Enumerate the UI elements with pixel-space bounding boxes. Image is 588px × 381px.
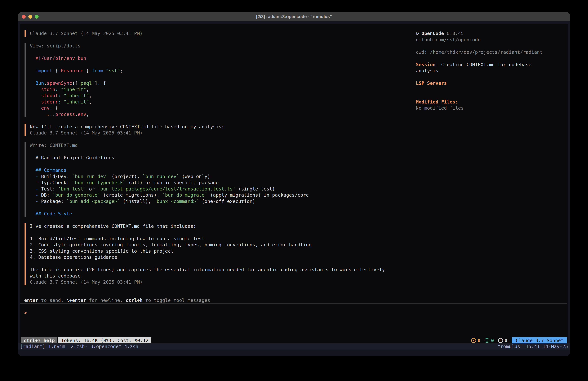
- text-segment: [103, 68, 106, 73]
- terminal-line: - Test: `bun test` or `bun test packages…: [30, 186, 414, 192]
- terminal-line: ...process.env,: [30, 111, 414, 117]
- blank-row: [416, 55, 568, 62]
- text-segment: with this codebase.: [30, 273, 84, 279]
- terminal-line: [30, 62, 414, 68]
- text-segment: `bun run dev`: [143, 174, 179, 179]
- blank-row: [416, 43, 568, 49]
- terminal-line: [30, 204, 414, 211]
- statusbar-spacer: [151, 337, 467, 343]
- text-segment: -: [36, 192, 38, 198]
- terminal-line: Claude 3.7 Sonnet (14 May 2025 03:41 PM): [30, 279, 414, 285]
- text-segment: or: [86, 186, 97, 192]
- assistant-message-block: Now I'll create a comprehensive CONTEXT.…: [24, 124, 414, 136]
- text-segment: 3. CSS styling conventions specific to t…: [30, 248, 173, 254]
- terminal-line: The file is concise (20 lines) and captu…: [30, 267, 414, 273]
- info-count: 0: [491, 338, 494, 343]
- text-segment: Claude 3.7 Sonnet (14 May 2025 03:41 PM): [30, 279, 143, 285]
- hint-diagnostics: h0: [498, 338, 507, 343]
- text-segment: -: [36, 199, 38, 204]
- text-segment: [61, 93, 63, 98]
- tmux-statusbar: [radiant] 1:nvim 2:zsh- 3:opencode* 4:zs…: [18, 343, 570, 350]
- text-segment: "inherit": [64, 99, 89, 105]
- tool-call-block: View: script/db.ts #!/usr/bin/env bun im…: [24, 43, 414, 117]
- traffic-lights: [22, 12, 39, 21]
- terminal-line: 2. Code style guidelines covering import…: [30, 242, 414, 248]
- text-segment: Test:: [38, 186, 58, 192]
- terminal-line: Bun.spawnSync([`psql`], {: [30, 80, 414, 86]
- terminal-line: I've created a comprehensive CONTEXT.md …: [30, 223, 414, 229]
- repo-link: github.com/sst/opencode: [416, 37, 568, 43]
- text-segment: [30, 68, 36, 73]
- text-segment: stdin: [41, 87, 55, 92]
- text-segment: Bun: [36, 80, 44, 86]
- session-label: Session: [416, 62, 436, 67]
- zoom-button[interactable]: [35, 15, 39, 19]
- terminal-line: 4. Database operations guidance: [30, 254, 414, 260]
- text-segment: }: [84, 68, 92, 73]
- text-segment: DB:: [38, 192, 52, 198]
- text-segment: TypeCheck:: [38, 180, 72, 185]
- text-segment: (all) or run in specific package: [126, 180, 219, 185]
- diagnostics-group: w0 i0 h0: [467, 337, 507, 343]
- model-chip[interactable]: Claude 3.7 Sonnet: [512, 337, 567, 343]
- tmux-session-windows[interactable]: [radiant] 1:nvim 2:zsh- 3:opencode* 4:zs…: [20, 343, 138, 350]
- text-segment: :: [58, 99, 61, 105]
- terminal-line: [30, 229, 414, 236]
- window-titlebar[interactable]: [2/3] radiant:3:opencode - "romulus": [18, 12, 570, 21]
- terminal-line: # Radiant Project Guidelines: [30, 155, 414, 161]
- terminal-line: Now I'll create a comprehensive CONTEXT.…: [30, 124, 414, 130]
- terminal-line: Claude 3.7 Sonnet (14 May 2025 03:41 PM): [30, 30, 414, 37]
- warning-count: 0: [478, 338, 480, 343]
- blank-row: [20, 136, 414, 142]
- text-segment: from: [92, 68, 103, 73]
- warning-icon: w: [471, 338, 476, 343]
- text-segment: .: [44, 80, 47, 86]
- text-segment: [58, 87, 61, 92]
- text-segment: [61, 99, 63, 105]
- text-segment: stdout: [41, 93, 58, 98]
- text-segment: .: [75, 112, 78, 117]
- text-segment: (apply migrations) in packages/core: [207, 192, 309, 198]
- terminal-line: 1. Build/lint/test commands including ho…: [30, 236, 414, 242]
- terminal-line: [30, 49, 414, 55]
- text-segment: ,: [86, 112, 89, 117]
- text-segment: to toggle tool messages: [143, 297, 210, 303]
- help-chip: ctrl+? help: [21, 337, 57, 343]
- terminal-line: [30, 161, 414, 167]
- text-segment: (create migrations),: [100, 192, 162, 198]
- text-segment: {: [52, 105, 58, 111]
- terminal-line: ## Code Style: [30, 211, 414, 217]
- sidebar: © OpenCode0.0.45 github.com/sst/opencode…: [416, 30, 568, 111]
- text-segment: The file is concise (20 lines) and captu…: [30, 267, 385, 272]
- text-segment: [30, 105, 41, 111]
- terminal-line: - Build/Dev: `bun run dev` (project), `b…: [30, 173, 414, 180]
- text-segment: `psql`: [78, 80, 95, 86]
- terminal-pane[interactable]: Claude 3.7 Sonnet (14 May 2025 03:41 PM)…: [20, 24, 568, 343]
- text-segment: ;: [120, 68, 123, 73]
- text-segment: Package:: [38, 199, 66, 204]
- session-line-wrap: analysis: [416, 68, 568, 74]
- window-title: [2/3] radiant:3:opencode - "romulus": [256, 14, 332, 19]
- text-segment: [30, 186, 36, 192]
- text-segment: ...: [30, 112, 55, 117]
- text-segment: to send,: [38, 297, 66, 303]
- text-segment: `bun run typecheck`: [72, 180, 126, 185]
- text-segment: ## Code Style: [36, 211, 72, 217]
- info-diagnostics: i0: [484, 338, 494, 343]
- text-segment: (project),: [109, 174, 143, 179]
- text-segment: ], {: [95, 80, 106, 86]
- text-segment: Claude 3.7 Sonnet (14 May 2025 03:41 PM): [30, 130, 143, 135]
- terminal-line: env: {: [30, 105, 414, 111]
- terminal-line: [30, 260, 414, 267]
- minimize-button[interactable]: [28, 15, 32, 19]
- terminal-line: ## Commands: [30, 167, 414, 173]
- text-segment: #!/usr/bin/env bun: [36, 56, 86, 61]
- text-segment: "inherit": [64, 93, 89, 98]
- terminal-line: - Package: `bun add <package>` (install)…: [30, 198, 414, 204]
- text-segment: enter: [24, 297, 38, 303]
- tmux-host-time: "romulus" 15:41 14-May-25: [498, 343, 568, 350]
- prompt-input[interactable]: >: [20, 310, 567, 316]
- text-segment: [30, 180, 36, 185]
- close-button[interactable]: [22, 15, 26, 19]
- opencode-statusbar: ctrl+? help Tokens: 16.4K (8%), Cost: $0…: [21, 337, 567, 343]
